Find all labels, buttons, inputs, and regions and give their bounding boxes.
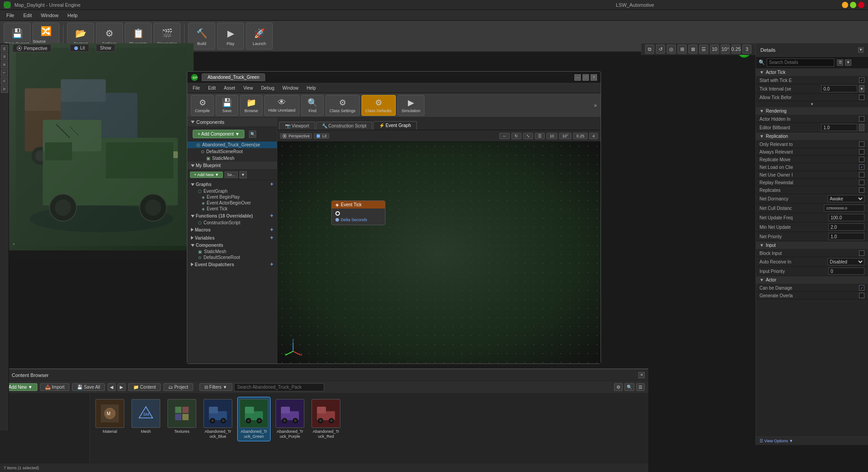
- launch-button[interactable]: 🚀 Launch: [246, 23, 273, 50]
- cb-content-btn[interactable]: 📁 Content: [128, 383, 161, 391]
- minimize-btn[interactable]: [842, 2, 848, 8]
- details-section-input[interactable]: ▼ Input: [756, 241, 868, 250]
- tree-item-event-graph[interactable]: ⬡ EventGraph: [187, 188, 277, 194]
- details-filter-btn[interactable]: ▼: [845, 59, 851, 66]
- component-item-root[interactable]: ◎ Abandoned_Truck_Green(se: [187, 141, 277, 148]
- bp-toolbar-expand-btn[interactable]: »: [594, 102, 597, 109]
- cb-import-btn[interactable]: 📥 Import: [40, 383, 69, 391]
- bp-vp-lit-btn[interactable]: Lit: [314, 133, 329, 139]
- cb-nav-back[interactable]: ◀: [108, 383, 116, 391]
- actor-hidden-checkbox[interactable]: [859, 116, 864, 122]
- add-component-button[interactable]: + Add Component ▼: [193, 130, 244, 138]
- menu-help[interactable]: Help: [63, 10, 82, 20]
- tree-item-static-mesh[interactable]: ▣ StaticMesh: [187, 249, 277, 254]
- bp-vp-scale-val[interactable]: 0.25: [573, 133, 588, 139]
- tab-viewport[interactable]: 📷 Viewport: [279, 122, 315, 130]
- add-macro-button[interactable]: +: [270, 227, 273, 233]
- details-section-actor[interactable]: ▼ Actor: [756, 276, 868, 284]
- bp-class-defaults-button[interactable]: ⚙ Class Defaults: [362, 95, 396, 116]
- component-item-static-mesh[interactable]: ▣ StaticMesh: [187, 155, 277, 162]
- tick-interval-stepper[interactable]: ▼: [859, 85, 864, 92]
- cb-project-btn[interactable]: 🗂 Project: [163, 383, 193, 391]
- maximize-btn[interactable]: [850, 2, 856, 8]
- vp-grid-size[interactable]: 10: [710, 45, 719, 54]
- cb-search-right-btn[interactable]: 🔍: [624, 383, 634, 391]
- cb-item-truck-blue[interactable]: Abandoned_Truck_Blue: [202, 397, 234, 441]
- cb-nav-forward[interactable]: ▶: [118, 383, 126, 391]
- replicates-checkbox[interactable]: [859, 187, 864, 193]
- tree-item-begin-play[interactable]: ◈ Event BeginPlay: [187, 194, 277, 200]
- tab-event-graph[interactable]: ⚡ Event Graph: [373, 121, 417, 130]
- vp-ctrl-6[interactable]: ☰: [699, 45, 708, 54]
- details-section-actor-tick[interactable]: ▼ Actor Tick: [756, 68, 868, 77]
- tab-construction-script[interactable]: 🔧 Construction Script: [316, 122, 372, 130]
- section-collapse-arrow[interactable]: ▼: [756, 101, 868, 107]
- bp-menu-debug[interactable]: Debug: [258, 85, 278, 91]
- tick-interval-input[interactable]: 0.0: [821, 85, 857, 92]
- sidebar-tab-a[interactable]: A: [1, 86, 8, 93]
- add-variable-button[interactable]: + Add New ▼: [190, 172, 223, 178]
- bp-menu-edit[interactable]: Edit: [204, 85, 219, 91]
- net-cull-input[interactable]: 225000000.0: [824, 204, 864, 212]
- net-dormancy-select[interactable]: Awake Dormant: [827, 195, 864, 202]
- event-graph-canvas[interactable]: ◈ Event Tick Delta Seconds: [277, 142, 601, 363]
- net-load-checkbox[interactable]: [859, 164, 864, 170]
- cb-grid-btn[interactable]: ☰: [636, 383, 645, 391]
- bp-vp-grid-size[interactable]: 10: [547, 133, 557, 139]
- my-blueprint-filter[interactable]: ▼: [240, 171, 247, 178]
- component-item-scene-root[interactable]: ⊙ DefaultSceneRoot: [187, 148, 277, 155]
- cb-item-textures[interactable]: Textures: [166, 397, 198, 441]
- tree-section-components[interactable]: Components: [187, 242, 277, 249]
- bp-vp-angle[interactable]: 10°: [559, 133, 572, 139]
- bp-menu-view[interactable]: View: [240, 85, 257, 91]
- min-net-update-input[interactable]: 2.0: [828, 223, 864, 231]
- input-priority-input[interactable]: 0: [828, 268, 864, 275]
- viewport-scene[interactable]: ⌖: [9, 43, 194, 250]
- net-priority-input[interactable]: 1.0: [828, 233, 864, 240]
- block-input-checkbox[interactable]: [859, 250, 864, 256]
- bp-menu-asset[interactable]: Asset: [220, 85, 239, 91]
- tree-section-functions[interactable]: Functions (18 Overridable) +: [187, 212, 277, 220]
- bp-browse-button[interactable]: 📁 Browse: [240, 95, 262, 116]
- bp-hide-unrelated-button[interactable]: 👁 Hide Unrelated: [264, 95, 299, 116]
- vp-ctrl-5[interactable]: ⊠: [688, 45, 697, 54]
- cb-item-truck-green[interactable]: Abandoned_Truck_Green: [238, 397, 270, 441]
- cb-save-all-btn[interactable]: 💾 Save All: [72, 383, 105, 391]
- net-update-freq-input[interactable]: 100.0: [828, 214, 864, 221]
- blueprint-tab[interactable]: Abandoned_Truck_Green: [202, 73, 265, 81]
- bp-vp-speed[interactable]: 4: [589, 133, 598, 139]
- bp-close-btn[interactable]: ✕: [591, 74, 597, 81]
- cb-filters-btn[interactable]: ⊟ Filters ▼: [199, 383, 232, 391]
- sidebar-tab-l[interactable]: L: [1, 69, 8, 77]
- sidebar-tab-b[interactable]: B: [1, 61, 8, 68]
- generate-overlay-checkbox[interactable]: [859, 293, 864, 298]
- cb-item-truck-red[interactable]: Abandoned_Truck_Red: [310, 397, 342, 441]
- add-dispatcher-button[interactable]: +: [270, 261, 273, 268]
- event-tick-pin-exec[interactable]: [335, 211, 340, 216]
- play-button[interactable]: ▶ Play: [217, 23, 244, 50]
- sidebar-tab-modes[interactable]: M: [1, 45, 8, 52]
- cb-search-input[interactable]: [234, 383, 324, 391]
- my-blueprint-search[interactable]: Se...: [225, 172, 238, 178]
- sidebar-tab-v[interactable]: V: [1, 77, 8, 85]
- event-tick-pin-delta[interactable]: [335, 218, 339, 222]
- vp-angle[interactable]: 10°: [721, 45, 730, 54]
- details-search-input[interactable]: [767, 59, 834, 67]
- menu-window[interactable]: Window: [36, 10, 63, 20]
- bp-save-button[interactable]: 💾 Save: [216, 95, 238, 116]
- my-blueprint-header[interactable]: My Blueprint: [187, 162, 277, 170]
- tree-item-actor-begin-over[interactable]: ◈ Event ActorBeginOver: [187, 200, 277, 206]
- bp-vp-ctrl-rotate[interactable]: ↻: [511, 133, 521, 139]
- cb-item-mesh[interactable]: SM Mesh: [130, 397, 162, 441]
- details-section-replication[interactable]: ▼ Replication: [756, 132, 868, 141]
- cb-right-btn-1[interactable]: ⚙: [614, 383, 623, 391]
- vp-ctrl-2[interactable]: ↺: [656, 45, 665, 54]
- tree-item-default-scene-root[interactable]: ⊙ DefaultSceneRoot: [187, 254, 277, 260]
- editor-billboard-input[interactable]: 1.0: [821, 124, 857, 131]
- auto-receive-select[interactable]: Disabled Player 0: [827, 258, 864, 265]
- menu-edit[interactable]: Edit: [19, 10, 36, 20]
- bp-vp-ctrl-snap[interactable]: ☰: [535, 133, 545, 139]
- bp-maximize-btn[interactable]: □: [583, 74, 589, 81]
- bp-vp-ctrl-scale[interactable]: ⤡: [523, 133, 533, 139]
- bp-menu-window[interactable]: Window: [279, 85, 302, 91]
